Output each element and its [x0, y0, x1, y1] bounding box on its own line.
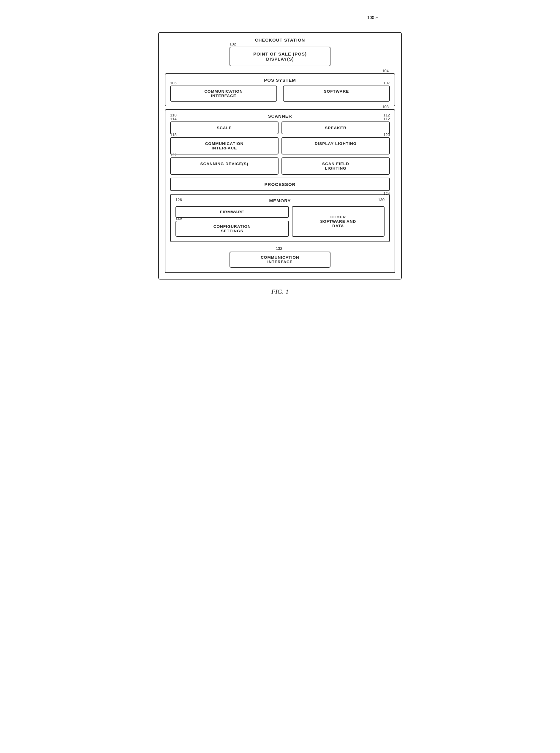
processor-label: PROCESSOR: [176, 182, 384, 187]
scanner-comm-label: COMMUNICATION INTERFACE: [174, 141, 275, 150]
scale-box: 114 SCALE: [170, 121, 279, 134]
checkout-station-label: CHECKOUT STATION: [165, 37, 395, 42]
bottom-comm-label: COMMUNICATION INTERFACE: [235, 255, 325, 264]
pos-comm-interface-box: 106 COMMUNICATION INTERFACE: [170, 85, 277, 102]
memory-wrapper: 126 MEMORY 130 FIRMWARE: [170, 194, 390, 242]
scan-field-lighting-label: SCAN FIELD LIGHTING: [285, 162, 386, 171]
ref-display-lighting: 120: [383, 133, 390, 137]
ref-scanner-comm: 118: [170, 133, 177, 137]
memory-label: MEMORY: [269, 198, 291, 203]
bottom-comm-wrapper: 132 COMMUNICATION INTERFACE: [170, 246, 390, 267]
pos-system-inner: 106 COMMUNICATION INTERFACE 107 SOFTWARE: [170, 85, 390, 102]
pos-software-box: 107 SOFTWARE: [283, 85, 390, 102]
scanner-grid: 114 SCALE 112 SPEAKER 118 COMMUNICATION …: [170, 121, 390, 175]
connector-v1: [280, 68, 280, 73]
pos-system-box: 104 POS SYSTEM 106 COMMUNICATION INTERFA…: [165, 73, 395, 106]
memory-right: OTHER SOFTWARE AND DATA: [292, 206, 384, 237]
scan-field-lighting-box: SCAN FIELD LIGHTING: [281, 157, 390, 175]
processor-wrapper: PROCESSOR 124: [170, 178, 390, 191]
memory-box: 126 MEMORY 130 FIRMWARE: [170, 194, 390, 242]
ref-memory-right: 130: [378, 198, 384, 202]
scanner-comm-box: 118 COMMUNICATION INTERFACE: [170, 137, 279, 155]
config-settings-box: 128 CONFIGURATION SETTINGS: [176, 221, 289, 237]
scanner-label: SCANNER: [170, 114, 390, 119]
speaker-label: SPEAKER: [285, 126, 386, 130]
pos-system-wrapper: 104 POS SYSTEM 106 COMMUNICATION INTERFA…: [165, 73, 395, 106]
ref-config: 128: [176, 216, 182, 220]
other-software-box: OTHER SOFTWARE AND DATA: [292, 206, 384, 237]
ref-bottom-comm: 132: [276, 246, 282, 251]
speaker-box: 112 SPEAKER: [281, 121, 390, 134]
firmware-box: FIRMWARE: [176, 206, 289, 218]
pos-display-label: POINT OF SALE (POS) DISPLAY(S): [241, 52, 319, 61]
page: 100 ⌐ CHECKOUT STATION 102 POINT OF SALE…: [146, 6, 414, 313]
ref-100: 100: [367, 15, 374, 20]
pos-display-box: 102 POINT OF SALE (POS) DISPLAY(S): [229, 47, 331, 66]
scanning-devices-box: 122 SCANNING DEVICE(S): [170, 157, 279, 175]
other-software-label: OTHER SOFTWARE AND DATA: [320, 215, 356, 228]
scanning-devices-label: SCANNING DEVICE(S): [174, 162, 275, 166]
memory-inner: FIRMWARE 128 CONFIGURATION SETTINGS: [176, 206, 384, 237]
processor-box: PROCESSOR 124: [170, 178, 390, 191]
display-lighting-box: 120 DISPLAY LIGHTING: [281, 137, 390, 155]
figure-caption: FIG. 1: [158, 288, 402, 296]
ref-104: 104: [382, 68, 389, 73]
checkout-station-box: CHECKOUT STATION 102 POINT OF SALE (POS)…: [158, 32, 402, 279]
firmware-label: FIRMWARE: [181, 210, 284, 214]
scale-label: SCALE: [174, 126, 275, 130]
pos-software-label: SOFTWARE: [288, 89, 384, 94]
bottom-comm-box: COMMUNICATION INTERFACE: [229, 252, 331, 267]
scanner-wrapper: 108 110 SCANNER 112 114 SCALE 112: [165, 109, 395, 273]
ref-106: 106: [170, 81, 177, 85]
ref-scale: 114: [170, 117, 177, 121]
pos-display-wrapper: 102 POINT OF SALE (POS) DISPLAY(S): [165, 47, 395, 66]
config-settings-label: CONFIGURATION SETTINGS: [181, 224, 284, 233]
ref-speaker: 112: [383, 117, 390, 121]
ref-107: 107: [383, 81, 390, 85]
memory-left: FIRMWARE 128 CONFIGURATION SETTINGS: [176, 206, 289, 237]
ref-scanning-devices: 122: [170, 153, 177, 157]
pos-comm-interface-label: COMMUNICATION INTERFACE: [176, 89, 272, 98]
scanner-box: 108 110 SCANNER 112 114 SCALE 112: [165, 109, 395, 273]
display-lighting-label: DISPLAY LIGHTING: [285, 141, 386, 146]
ref-108: 108: [382, 104, 389, 109]
ref-102: 102: [229, 42, 236, 46]
ref-memory-left: 126: [176, 198, 182, 202]
pos-system-label: POS SYSTEM: [170, 78, 390, 83]
